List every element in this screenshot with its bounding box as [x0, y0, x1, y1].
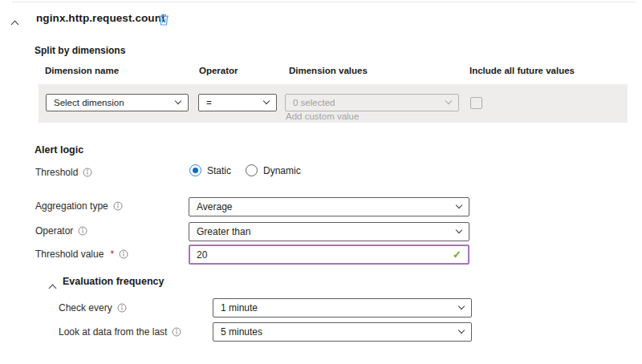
info-icon[interactable] — [119, 249, 128, 259]
valid-check-icon: ✓ — [453, 249, 461, 261]
lookback-label-row: Look at data from the last — [59, 326, 181, 338]
include-future-values-checkbox — [470, 97, 482, 109]
column-header-dimension-name: Dimension name — [45, 66, 119, 75]
delete-condition-button[interactable] — [157, 13, 170, 30]
lookback-label: Look at data from the last — [59, 326, 167, 338]
operator-label: Operator — [35, 225, 73, 237]
chevron-down-icon — [456, 202, 462, 208]
operator-dropdown[interactable]: Greater than — [189, 222, 469, 241]
radio-unselected-icon — [246, 164, 258, 176]
threshold-value-label: Threshold value — [35, 249, 104, 260]
collapse-metric-section-button[interactable] — [12, 16, 18, 30]
dimension-operator-dropdown-value: = — [206, 98, 212, 107]
check-every-label-row: Check every — [59, 302, 127, 313]
radio-static[interactable]: Static — [189, 164, 231, 176]
info-icon[interactable] — [172, 327, 181, 337]
chevron-up-icon — [49, 285, 57, 293]
dimension-operator-dropdown[interactable]: = — [198, 94, 277, 111]
threshold-radio-group: Static Dynamic — [189, 164, 301, 176]
radio-static-label: Static — [207, 165, 231, 176]
aggregation-type-label-row: Aggregation type — [35, 200, 123, 212]
threshold-value-input-value: 20 — [197, 249, 207, 261]
add-custom-value-link: Add custom value — [286, 111, 359, 121]
threshold-label: Threshold — [35, 167, 78, 178]
alert-logic-heading: Alert logic — [35, 144, 83, 156]
split-by-dimensions-heading: Split by dimensions — [35, 45, 125, 56]
info-icon[interactable] — [117, 303, 127, 313]
alert-condition-pane: nginx.http.request.count Split by dimens… — [0, 0, 642, 364]
operator-label-row: Operator — [35, 225, 87, 237]
chevron-up-icon — [11, 21, 19, 29]
operator-dropdown-value: Greater than — [197, 226, 250, 237]
evaluation-frequency-heading: Evaluation frequency — [63, 276, 164, 287]
required-asterisk: * — [110, 249, 114, 260]
chevron-down-icon — [456, 227, 462, 233]
radio-dynamic-label: Dynamic — [263, 165, 301, 176]
chevron-down-icon — [458, 303, 465, 309]
check-every-dropdown-value: 1 minute — [221, 302, 258, 313]
check-every-label: Check every — [59, 302, 112, 313]
chevron-down-icon — [445, 98, 452, 104]
column-header-include-future: Include all future values — [469, 66, 575, 75]
chevron-down-icon — [175, 98, 181, 104]
radio-dynamic[interactable]: Dynamic — [246, 164, 301, 176]
check-every-dropdown[interactable]: 1 minute — [213, 298, 472, 317]
dimension-values-dropdown-value: 0 selected — [293, 98, 335, 107]
info-icon[interactable] — [78, 226, 87, 236]
metric-section-title: nginx.http.request.count — [36, 12, 165, 24]
lookback-dropdown[interactable]: 5 minutes — [213, 322, 472, 342]
aggregation-type-dropdown-value: Average — [197, 201, 232, 212]
threshold-label-row: Threshold — [35, 167, 92, 178]
chevron-down-icon — [263, 98, 270, 104]
column-header-operator: Operator — [199, 66, 238, 75]
radio-selected-icon — [189, 164, 201, 176]
trash-icon — [157, 13, 170, 26]
lookback-dropdown-value: 5 minutes — [221, 326, 262, 338]
dimension-name-dropdown[interactable]: Select dimension — [46, 94, 189, 111]
dimension-values-dropdown: 0 selected — [285, 94, 459, 111]
chevron-down-icon — [458, 327, 465, 334]
threshold-value-label-row: Threshold value * — [35, 249, 128, 260]
collapse-evaluation-frequency-button[interactable] — [50, 280, 55, 294]
aggregation-type-dropdown[interactable]: Average — [189, 197, 469, 216]
aggregation-type-label: Aggregation type — [35, 200, 108, 212]
divider — [12, 2, 636, 2]
info-icon[interactable] — [113, 201, 123, 211]
dimension-name-dropdown-value: Select dimension — [54, 98, 124, 107]
threshold-value-input[interactable]: 20 ✓ — [189, 245, 469, 265]
column-header-dimension-values: Dimension values — [289, 66, 368, 75]
info-icon[interactable] — [83, 168, 92, 177]
